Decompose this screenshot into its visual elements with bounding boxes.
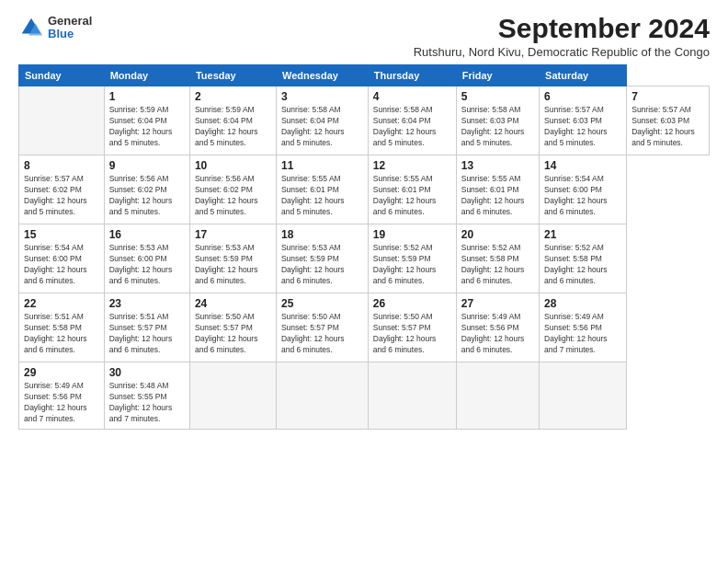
- day-info: Sunrise: 5:54 AMSunset: 6:00 PMDaylight:…: [24, 243, 99, 287]
- day-number: 10: [195, 159, 271, 172]
- day-number: 21: [544, 228, 621, 241]
- day-cell-17: 17Sunrise: 5:53 AMSunset: 5:59 PMDayligh…: [189, 224, 276, 293]
- day-number: 23: [109, 297, 185, 310]
- header-thursday: Thursday: [368, 65, 456, 86]
- day-info: Sunrise: 5:49 AMSunset: 5:56 PMDaylight:…: [544, 312, 621, 356]
- day-number: 14: [544, 159, 621, 172]
- day-number: 25: [281, 297, 363, 310]
- header-monday: Monday: [104, 65, 189, 86]
- calendar: SundayMondayTuesdayWednesdayThursdayFrid…: [18, 64, 710, 430]
- title-section: September 2024 Rutshuru, Nord Kivu, Demo…: [414, 15, 710, 59]
- day-cell-25: 25Sunrise: 5:50 AMSunset: 5:57 PMDayligh…: [276, 293, 368, 362]
- day-cell-7: 7Sunrise: 5:57 AMSunset: 6:03 PMDaylight…: [627, 86, 710, 155]
- day-number: 6: [544, 90, 621, 103]
- day-info: Sunrise: 5:58 AMSunset: 6:03 PMDaylight:…: [461, 105, 534, 149]
- day-number: 16: [109, 228, 185, 241]
- day-info: Sunrise: 5:56 AMSunset: 6:02 PMDaylight:…: [195, 174, 271, 218]
- day-number: 2: [195, 90, 271, 103]
- day-number: 29: [24, 366, 99, 379]
- day-cell-30: 30Sunrise: 5:48 AMSunset: 5:55 PMDayligh…: [104, 362, 189, 430]
- subtitle: Rutshuru, Nord Kivu, Democratic Republic…: [414, 45, 710, 59]
- day-cell-13: 13Sunrise: 5:55 AMSunset: 6:01 PMDayligh…: [456, 155, 539, 224]
- day-cell-3: 3Sunrise: 5:58 AMSunset: 6:04 PMDaylight…: [276, 86, 368, 155]
- day-cell-10: 10Sunrise: 5:56 AMSunset: 6:02 PMDayligh…: [189, 155, 276, 224]
- day-cell-1: 1Sunrise: 5:59 AMSunset: 6:04 PMDaylight…: [104, 86, 189, 155]
- day-number: 3: [281, 90, 363, 103]
- day-cell-empty: [189, 362, 276, 430]
- page: General Blue September 2024 Rutshuru, No…: [0, 0, 728, 563]
- logo-text: General Blue: [48, 15, 92, 41]
- day-number: 12: [373, 159, 451, 172]
- day-number: 1: [109, 90, 185, 103]
- day-number: 28: [544, 297, 621, 310]
- day-cell-11: 11Sunrise: 5:55 AMSunset: 6:01 PMDayligh…: [276, 155, 368, 224]
- logo-line2: Blue: [48, 28, 92, 40]
- day-info: Sunrise: 5:58 AMSunset: 6:04 PMDaylight:…: [373, 105, 451, 149]
- day-number: 4: [373, 90, 451, 103]
- day-info: Sunrise: 5:57 AMSunset: 6:03 PMDaylight:…: [631, 105, 704, 149]
- week-row-4: 22Sunrise: 5:51 AMSunset: 5:58 PMDayligh…: [19, 293, 710, 362]
- day-info: Sunrise: 5:55 AMSunset: 6:01 PMDaylight:…: [281, 174, 363, 218]
- day-cell-12: 12Sunrise: 5:55 AMSunset: 6:01 PMDayligh…: [368, 155, 456, 224]
- day-cell-6: 6Sunrise: 5:57 AMSunset: 6:03 PMDaylight…: [540, 86, 627, 155]
- day-number: 18: [281, 228, 363, 241]
- day-cell-empty: [276, 362, 368, 430]
- day-cell-2: 2Sunrise: 5:59 AMSunset: 6:04 PMDaylight…: [189, 86, 276, 155]
- day-number: 11: [281, 159, 363, 172]
- day-number: 27: [461, 297, 534, 310]
- day-info: Sunrise: 5:50 AMSunset: 5:57 PMDaylight:…: [281, 312, 363, 356]
- header-sunday: Sunday: [19, 65, 105, 86]
- day-number: 17: [195, 228, 271, 241]
- day-info: Sunrise: 5:52 AMSunset: 5:58 PMDaylight:…: [461, 243, 534, 287]
- day-cell-16: 16Sunrise: 5:53 AMSunset: 6:00 PMDayligh…: [104, 224, 189, 293]
- calendar-header-row: SundayMondayTuesdayWednesdayThursdayFrid…: [19, 65, 710, 86]
- day-number: 8: [24, 159, 99, 172]
- day-info: Sunrise: 5:52 AMSunset: 5:58 PMDaylight:…: [544, 243, 621, 287]
- day-cell-8: 8Sunrise: 5:57 AMSunset: 6:02 PMDaylight…: [19, 155, 105, 224]
- day-number: 5: [461, 90, 534, 103]
- header-saturday: Saturday: [540, 65, 627, 86]
- day-info: Sunrise: 5:51 AMSunset: 5:58 PMDaylight:…: [24, 312, 99, 356]
- day-cell-14: 14Sunrise: 5:54 AMSunset: 6:00 PMDayligh…: [540, 155, 627, 224]
- day-number: 30: [109, 366, 185, 379]
- day-info: Sunrise: 5:49 AMSunset: 5:56 PMDaylight:…: [24, 381, 99, 425]
- day-number: 22: [24, 297, 99, 310]
- day-info: Sunrise: 5:50 AMSunset: 5:57 PMDaylight:…: [373, 312, 451, 356]
- logo-line1: General: [48, 15, 92, 28]
- day-cell-15: 15Sunrise: 5:54 AMSunset: 6:00 PMDayligh…: [19, 224, 105, 293]
- day-cell-18: 18Sunrise: 5:53 AMSunset: 5:59 PMDayligh…: [276, 224, 368, 293]
- week-row-1: 1Sunrise: 5:59 AMSunset: 6:04 PMDaylight…: [19, 86, 710, 155]
- week-row-2: 8Sunrise: 5:57 AMSunset: 6:02 PMDaylight…: [19, 155, 710, 224]
- day-info: Sunrise: 5:49 AMSunset: 5:56 PMDaylight:…: [461, 312, 534, 356]
- day-info: Sunrise: 5:51 AMSunset: 5:57 PMDaylight:…: [109, 312, 185, 356]
- day-info: Sunrise: 5:56 AMSunset: 6:02 PMDaylight:…: [109, 174, 185, 218]
- day-info: Sunrise: 5:53 AMSunset: 5:59 PMDaylight:…: [195, 243, 271, 287]
- day-info: Sunrise: 5:57 AMSunset: 6:02 PMDaylight:…: [24, 174, 99, 218]
- day-info: Sunrise: 5:58 AMSunset: 6:04 PMDaylight:…: [281, 105, 363, 149]
- header-friday: Friday: [456, 65, 539, 86]
- day-cell-20: 20Sunrise: 5:52 AMSunset: 5:58 PMDayligh…: [456, 224, 539, 293]
- day-info: Sunrise: 5:55 AMSunset: 6:01 PMDaylight:…: [373, 174, 451, 218]
- day-cell-24: 24Sunrise: 5:50 AMSunset: 5:57 PMDayligh…: [189, 293, 276, 362]
- day-number: 13: [461, 159, 534, 172]
- day-info: Sunrise: 5:57 AMSunset: 6:03 PMDaylight:…: [544, 105, 621, 149]
- day-cell-empty: [540, 362, 627, 430]
- day-info: Sunrise: 5:53 AMSunset: 5:59 PMDaylight:…: [281, 243, 363, 287]
- day-cell-28: 28Sunrise: 5:49 AMSunset: 5:56 PMDayligh…: [540, 293, 627, 362]
- header: General Blue September 2024 Rutshuru, No…: [18, 15, 710, 59]
- day-number: 19: [373, 228, 451, 241]
- day-info: Sunrise: 5:59 AMSunset: 6:04 PMDaylight:…: [195, 105, 271, 149]
- day-cell-4: 4Sunrise: 5:58 AMSunset: 6:04 PMDaylight…: [368, 86, 456, 155]
- day-cell-empty: [456, 362, 539, 430]
- day-number: 15: [24, 228, 99, 241]
- header-wednesday: Wednesday: [276, 65, 368, 86]
- day-info: Sunrise: 5:50 AMSunset: 5:57 PMDaylight:…: [195, 312, 271, 356]
- day-cell-29: 29Sunrise: 5:49 AMSunset: 5:56 PMDayligh…: [19, 362, 105, 430]
- day-number: 9: [109, 159, 185, 172]
- day-info: Sunrise: 5:48 AMSunset: 5:55 PMDaylight:…: [109, 381, 185, 425]
- day-info: Sunrise: 5:59 AMSunset: 6:04 PMDaylight:…: [109, 105, 185, 149]
- day-info: Sunrise: 5:52 AMSunset: 5:59 PMDaylight:…: [373, 243, 451, 287]
- week-row-5: 29Sunrise: 5:49 AMSunset: 5:56 PMDayligh…: [19, 362, 710, 430]
- day-cell-5: 5Sunrise: 5:58 AMSunset: 6:03 PMDaylight…: [456, 86, 539, 155]
- day-number: 7: [631, 90, 704, 103]
